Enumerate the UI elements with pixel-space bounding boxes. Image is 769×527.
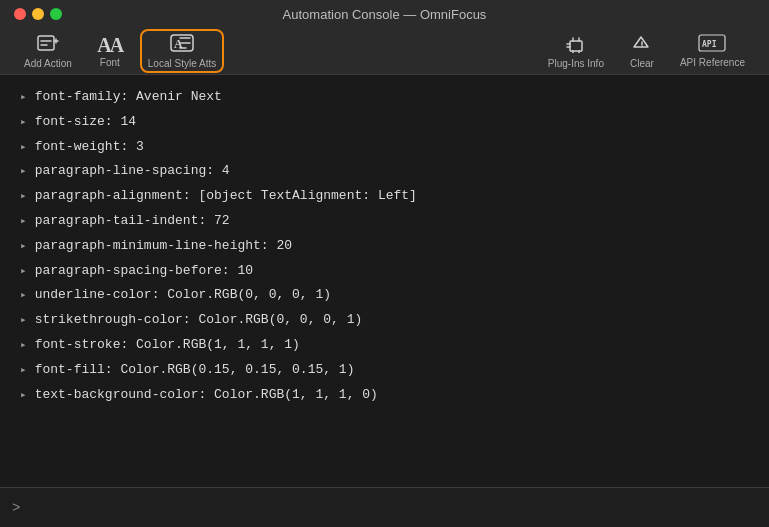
plug-ins-info-label: Plug-Ins Info — [548, 58, 604, 69]
log-icon: ▸ — [20, 337, 27, 355]
api-icon: API — [698, 34, 726, 55]
log-text: font-family: Avenir Next — [35, 87, 222, 108]
close-button[interactable] — [14, 8, 26, 20]
log-text: paragraph-tail-indent: 72 — [35, 211, 230, 232]
log-line: ▸font-family: Avenir Next — [20, 85, 749, 110]
log-icon: ▸ — [20, 114, 27, 132]
log-text: paragraph-spacing-before: 10 — [35, 261, 253, 282]
log-icon: ▸ — [20, 362, 27, 380]
log-line: ▸font-stroke: Color.RGB(1, 1, 1, 1) — [20, 333, 749, 358]
log-text: paragraph-line-spacing: 4 — [35, 161, 230, 182]
clear-icon — [631, 33, 653, 56]
console-input[interactable] — [26, 500, 757, 515]
window-controls[interactable] — [14, 8, 62, 20]
log-icon: ▸ — [20, 139, 27, 157]
log-icon: ▸ — [20, 163, 27, 181]
add-action-button[interactable]: Add Action — [16, 29, 80, 73]
log-line: ▸underline-color: Color.RGB(0, 0, 0, 1) — [20, 283, 749, 308]
log-line: ▸font-weight: 3 — [20, 135, 749, 160]
log-text: strikethrough-color: Color.RGB(0, 0, 0, … — [35, 310, 363, 331]
log-text: font-size: 14 — [35, 112, 136, 133]
font-button[interactable]: AA Font — [84, 31, 136, 72]
log-text: underline-color: Color.RGB(0, 0, 0, 1) — [35, 285, 331, 306]
toolbar-right: Plug-Ins Info Clear API — [540, 29, 753, 73]
font-icon: AA — [97, 35, 122, 55]
log-text: font-fill: Color.RGB(0.15, 0.15, 0.15, 1… — [35, 360, 355, 381]
log-line: ▸strikethrough-color: Color.RGB(0, 0, 0,… — [20, 308, 749, 333]
api-reference-button[interactable]: API API Reference — [672, 30, 753, 72]
log-text: font-stroke: Color.RGB(1, 1, 1, 1) — [35, 335, 300, 356]
log-text: paragraph-minimum-line-height: 20 — [35, 236, 292, 257]
log-line: ▸text-background-color: Color.RGB(1, 1, … — [20, 383, 749, 408]
local-style-icon: A — [170, 33, 194, 56]
local-style-atts-button[interactable]: A Local Style Atts — [140, 29, 224, 73]
clear-label: Clear — [630, 58, 654, 69]
input-bar: > — [0, 487, 769, 527]
add-action-icon — [37, 33, 59, 56]
svg-rect-0 — [38, 36, 54, 50]
log-icon: ▸ — [20, 213, 27, 231]
svg-rect-10 — [570, 41, 582, 51]
svg-text:API: API — [702, 40, 717, 49]
maximize-button[interactable] — [50, 8, 62, 20]
log-text: paragraph-alignment: [object TextAlignme… — [35, 186, 417, 207]
console-output: ▸font-family: Avenir Next▸font-size: 14▸… — [0, 75, 769, 487]
log-text: font-weight: 3 — [35, 137, 144, 158]
log-line: ▸paragraph-tail-indent: 72 — [20, 209, 749, 234]
log-icon: ▸ — [20, 89, 27, 107]
api-reference-label: API Reference — [680, 57, 745, 68]
svg-text:A: A — [174, 37, 183, 51]
svg-point-18 — [641, 46, 642, 47]
log-icon: ▸ — [20, 263, 27, 281]
log-line: ▸paragraph-alignment: [object TextAlignm… — [20, 184, 749, 209]
log-line: ▸paragraph-minimum-line-height: 20 — [20, 234, 749, 259]
font-label: Font — [100, 57, 120, 68]
titlebar: Automation Console — OmniFocus Add Actio… — [0, 0, 769, 75]
local-style-atts-label: Local Style Atts — [148, 58, 216, 69]
log-icon: ▸ — [20, 312, 27, 330]
log-line: ▸paragraph-spacing-before: 10 — [20, 259, 749, 284]
log-icon: ▸ — [20, 238, 27, 256]
log-line: ▸font-fill: Color.RGB(0.15, 0.15, 0.15, … — [20, 358, 749, 383]
toolbar: Add Action AA Font A Local S — [0, 28, 769, 74]
plug-ins-info-button[interactable]: Plug-Ins Info — [540, 29, 612, 73]
prompt-symbol: > — [12, 500, 20, 516]
log-icon: ▸ — [20, 188, 27, 206]
window-title: Automation Console — OmniFocus — [283, 7, 487, 22]
titlebar-top: Automation Console — OmniFocus — [0, 0, 769, 28]
plugin-icon — [564, 33, 588, 56]
log-line: ▸font-size: 14 — [20, 110, 749, 135]
minimize-button[interactable] — [32, 8, 44, 20]
log-icon: ▸ — [20, 287, 27, 305]
log-text: text-background-color: Color.RGB(1, 1, 1… — [35, 385, 378, 406]
log-line: ▸paragraph-line-spacing: 4 — [20, 159, 749, 184]
clear-button[interactable]: Clear — [616, 29, 668, 73]
toolbar-left: Add Action AA Font A Local S — [16, 29, 224, 73]
add-action-label: Add Action — [24, 58, 72, 69]
log-icon: ▸ — [20, 387, 27, 405]
